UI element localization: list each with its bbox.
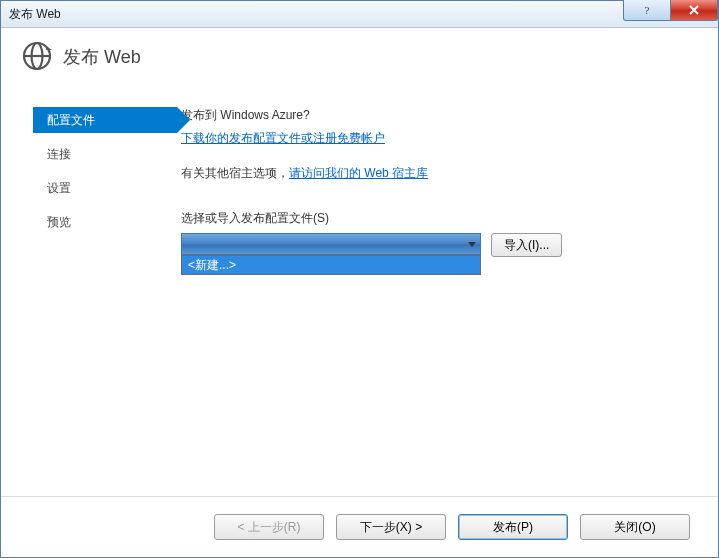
sidebar-item-label: 配置文件 [47, 113, 95, 127]
help-icon: ? [641, 4, 653, 16]
close-button[interactable] [671, 0, 718, 21]
sidebar-item-profile[interactable]: 配置文件 [33, 107, 177, 133]
next-button[interactable]: 下一步(X) > [336, 514, 446, 540]
sidebar: 配置文件 连接 设置 预览 [1, 85, 181, 497]
web-hosts-link[interactable]: 请访问我们的 Web 宿主库 [289, 166, 428, 180]
page-title: 发布 Web [63, 45, 141, 69]
help-button[interactable]: ? [623, 0, 671, 21]
download-profile-link[interactable]: 下载你的发布配置文件或注册免费帐户 [181, 131, 385, 145]
svg-text:?: ? [645, 4, 650, 16]
sidebar-item-label: 设置 [47, 181, 71, 195]
import-button[interactable]: 导入(I)... [491, 233, 562, 257]
profile-combo[interactable]: <新建...> [181, 233, 481, 255]
combo-option-new[interactable]: <新建...> [182, 256, 480, 274]
close-dialog-button[interactable]: 关闭(O) [580, 514, 690, 540]
sidebar-item-preview[interactable]: 预览 [33, 209, 181, 235]
publish-button[interactable]: 发布(P) [458, 514, 568, 540]
window-buttons: ? [623, 1, 718, 27]
prev-button: < 上一步(R) [214, 514, 324, 540]
sidebar-item-label: 连接 [47, 147, 71, 161]
azure-heading: 发布到 Windows Azure? [181, 107, 678, 124]
footer: < 上一步(R) 下一步(X) > 发布(P) 关闭(O) [1, 496, 718, 557]
globe-icon [21, 40, 53, 75]
main: 发布到 Windows Azure? 下载你的发布配置文件或注册免费帐户 有关其… [181, 85, 718, 497]
sidebar-item-settings[interactable]: 设置 [33, 175, 181, 201]
titlebar: 发布 Web ? [1, 1, 718, 28]
body: 配置文件 连接 设置 预览 发布到 Windows Azure? 下载你的发布配… [1, 85, 718, 497]
close-icon [688, 4, 700, 16]
other-hosts-text: 有关其他宿主选项， [181, 166, 289, 180]
publish-web-dialog: 发布 Web ? 发布 Web [0, 0, 719, 558]
profile-select-label: 选择或导入发布配置文件(S) [181, 210, 678, 227]
profile-combo-list: <新建...> [181, 255, 481, 275]
profile-combo-box[interactable] [181, 233, 481, 255]
header: 发布 Web [1, 28, 718, 86]
window-title: 发布 Web [9, 6, 61, 23]
chevron-down-icon [468, 242, 476, 247]
sidebar-item-label: 预览 [47, 215, 71, 229]
sidebar-item-connection[interactable]: 连接 [33, 141, 181, 167]
